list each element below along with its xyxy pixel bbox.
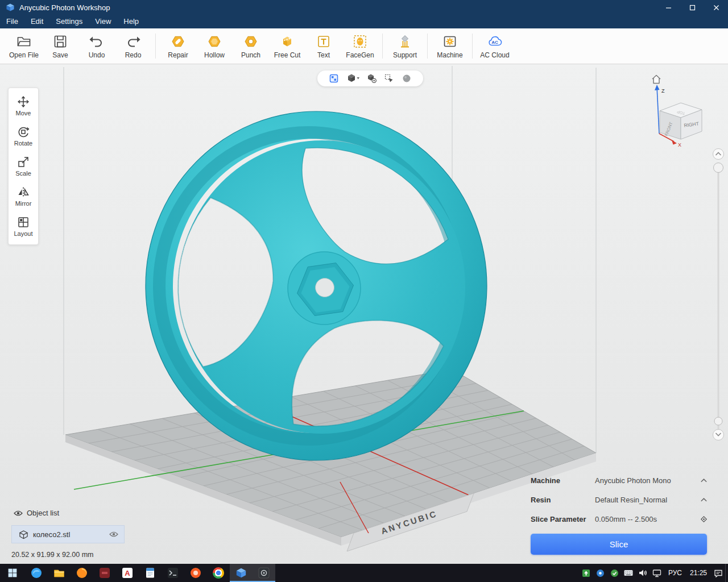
viewport-3d[interactable]: ANYCUBIC: [0, 64, 728, 564]
scale-icon: [17, 156, 30, 168]
toolbar-separator: [382, 34, 383, 59]
free-cut-button[interactable]: Free Cut: [269, 30, 305, 62]
transform-tool-panel: Move Rotate Scale Mirror Layout: [8, 88, 39, 245]
menu-view[interactable]: View: [89, 15, 117, 28]
slider-upper-handle[interactable]: [714, 163, 723, 173]
taskbar-app-document[interactable]: [139, 564, 162, 582]
object-list-item[interactable]: колесо2.stl: [11, 525, 125, 543]
repair-button[interactable]: Repair: [160, 30, 196, 62]
punch-icon: [243, 34, 259, 49]
support-button[interactable]: Support: [387, 30, 423, 62]
view-perspective-button[interactable]: [329, 73, 339, 84]
taskbar-app-capture[interactable]: [253, 564, 275, 582]
start-button[interactable]: [0, 564, 25, 582]
network-icon[interactable]: [650, 564, 664, 582]
move-icon: [17, 95, 30, 108]
slice-button[interactable]: Slice: [531, 534, 707, 555]
layer-slider: [709, 145, 728, 446]
orange-app-icon: [190, 567, 201, 579]
taskbar-app-explorer[interactable]: [48, 564, 71, 582]
open-file-button[interactable]: Open File: [6, 30, 42, 62]
tray-icon-check[interactable]: [607, 564, 622, 582]
tray-icon-blue[interactable]: [593, 564, 607, 582]
camera-app-icon: [258, 567, 270, 579]
visibility-toggle[interactable]: [109, 531, 118, 538]
tray-keyboard-icon[interactable]: [622, 564, 636, 582]
scale-tool[interactable]: Scale: [9, 151, 38, 181]
taskbar-clock[interactable]: 21:25: [686, 569, 711, 577]
machine-icon: [442, 34, 458, 49]
taskbar-app-aimp[interactable]: A: [116, 564, 139, 582]
taskbar-app-photon-workshop[interactable]: [230, 564, 253, 582]
taskbar-app-chrome[interactable]: [207, 564, 230, 582]
slider-down-button[interactable]: [713, 430, 724, 440]
chevron-up-icon[interactable]: [700, 496, 708, 504]
facegen-button[interactable]: FaceGen: [342, 30, 378, 62]
slice-parameter-value[interactable]: 0.050mm -- 2.500s: [595, 515, 700, 523]
svg-text:AC: AC: [491, 39, 498, 44]
slider-lower-handle[interactable]: [714, 417, 722, 425]
mirror-tool[interactable]: Mirror: [9, 181, 38, 211]
punch-button[interactable]: Punch: [233, 30, 269, 62]
windows-logo-icon: [7, 568, 18, 578]
view-model-button[interactable]: [367, 73, 377, 84]
maximize-button[interactable]: [680, 0, 704, 15]
taskbar: A: [0, 564, 728, 582]
system-tray: РУС 21:25: [579, 564, 728, 582]
action-center-icon[interactable]: [711, 564, 725, 582]
toolbar-separator: [155, 34, 156, 59]
taskbar-app-firefox[interactable]: [71, 564, 93, 582]
title-bar: Anycubic Photon Workshop: [0, 0, 728, 15]
machine-button[interactable]: Machine: [432, 30, 468, 62]
object-name: колесо2.stl: [33, 530, 70, 539]
edge-icon: [31, 567, 42, 579]
taskbar-app-console[interactable]: [162, 564, 184, 582]
undo-icon: [89, 34, 105, 49]
language-indicator[interactable]: РУС: [664, 569, 686, 577]
resin-value[interactable]: Default Resin_Normal: [595, 496, 700, 504]
machine-value[interactable]: Anycubic Photon Mono: [595, 476, 700, 485]
home-view-icon[interactable]: [652, 76, 660, 84]
taskbar-app-orange[interactable]: [184, 564, 207, 582]
text-button[interactable]: Text: [305, 30, 342, 62]
slice-parameter-edit-icon[interactable]: [700, 515, 708, 523]
taskbar-app-dark-red[interactable]: [93, 564, 116, 582]
minimize-button[interactable]: [656, 0, 680, 15]
console-app-icon: [167, 567, 179, 579]
select-tool-button[interactable]: [384, 73, 394, 84]
rotate-tool[interactable]: Rotate: [9, 121, 38, 151]
chevron-up-icon[interactable]: [700, 476, 708, 485]
chrome-icon: [213, 567, 224, 579]
slider-up-button[interactable]: [713, 149, 724, 160]
sphere-view-button[interactable]: [402, 73, 412, 84]
menu-edit[interactable]: Edit: [24, 15, 49, 28]
layout-tool[interactable]: Layout: [9, 211, 38, 242]
hollow-icon: [206, 34, 222, 49]
save-button[interactable]: Save: [42, 30, 78, 62]
undo-button[interactable]: Undo: [78, 30, 115, 62]
ac-cloud-button[interactable]: AC AC Cloud: [477, 30, 513, 62]
redo-button[interactable]: Redo: [115, 30, 151, 62]
menu-settings[interactable]: Settings: [49, 15, 89, 28]
render-mode-button[interactable]: [346, 73, 360, 84]
svg-text:A: A: [125, 569, 130, 577]
eye-icon: [109, 531, 118, 538]
hollow-button[interactable]: Hollow: [196, 30, 233, 62]
menu-file[interactable]: File: [0, 15, 24, 28]
firefox-icon: [76, 567, 88, 579]
toolbar-separator: [472, 34, 473, 59]
close-button[interactable]: [704, 0, 728, 15]
toolbar-separator: [427, 34, 428, 59]
layout-icon: [17, 216, 30, 228]
tray-icon-green[interactable]: [579, 564, 593, 582]
taskbar-app-edge[interactable]: [25, 564, 48, 582]
facegen-icon: [352, 34, 368, 49]
mirror-icon: [17, 186, 30, 198]
show-desktop-button[interactable]: [725, 564, 728, 582]
object-list-header[interactable]: Object list: [14, 509, 59, 517]
menu-bar: File Edit Settings View Help: [0, 15, 728, 28]
rotate-icon: [17, 126, 30, 138]
volume-icon[interactable]: [636, 564, 650, 582]
move-tool[interactable]: Move: [9, 91, 38, 121]
menu-help[interactable]: Help: [117, 15, 145, 28]
